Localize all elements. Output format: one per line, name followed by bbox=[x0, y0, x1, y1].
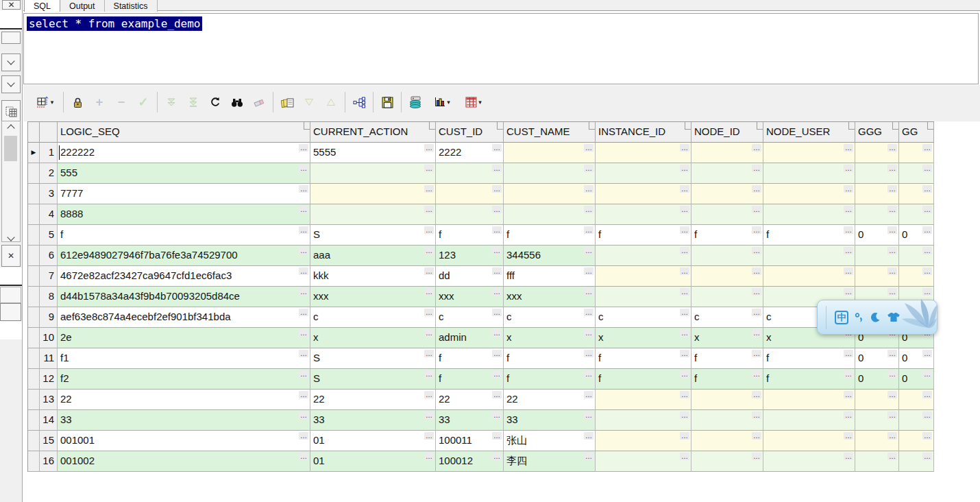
cell-instance_id[interactable]: … bbox=[596, 287, 691, 307]
cell-logic_seq[interactable]: 222222… bbox=[58, 143, 310, 163]
row-selector[interactable] bbox=[28, 246, 40, 266]
cell-logic_seq[interactable]: 001002… bbox=[58, 451, 310, 472]
cell-ellipsis-button[interactable]: … bbox=[299, 247, 308, 254]
cell-instance_id[interactable]: … bbox=[596, 451, 691, 472]
column-header-logic_seq[interactable]: LOGIC_SEQ bbox=[58, 122, 310, 143]
cell-cust_id[interactable]: … bbox=[436, 163, 504, 184]
cell-ellipsis-button[interactable]: … bbox=[680, 226, 689, 234]
cell-gg[interactable]: … bbox=[899, 143, 934, 163]
cell-ellipsis-button[interactable]: … bbox=[299, 453, 308, 460]
cell-current_action[interactable]: xxx… bbox=[310, 287, 436, 307]
cell-ellipsis-button[interactable]: … bbox=[680, 350, 689, 357]
cell-instance_id[interactable]: f… bbox=[596, 369, 691, 390]
row-selector[interactable] bbox=[28, 390, 40, 410]
sql-editor[interactable]: select * from example_demo bbox=[23, 13, 979, 84]
cell-node_user[interactable]: … bbox=[763, 410, 855, 431]
cell-ellipsis-button[interactable]: … bbox=[584, 329, 593, 337]
cell-current_action[interactable]: S… bbox=[310, 369, 436, 390]
row-number[interactable]: 5 bbox=[40, 225, 58, 246]
grid-options-button[interactable]: ▾ bbox=[29, 91, 60, 114]
cell-ellipsis-button[interactable]: … bbox=[299, 144, 308, 152]
cell-ellipsis-button[interactable]: … bbox=[584, 453, 593, 460]
row-number[interactable]: 2 bbox=[40, 163, 58, 184]
cell-ellipsis-button[interactable]: … bbox=[584, 432, 593, 440]
cell-ellipsis-button[interactable]: … bbox=[584, 411, 593, 419]
cell-ellipsis-button[interactable]: … bbox=[299, 288, 308, 296]
cell-ellipsis-button[interactable]: … bbox=[752, 267, 761, 275]
cell-ggg[interactable]: 0… bbox=[855, 348, 899, 369]
cell-cust_id[interactable]: 100012… bbox=[436, 451, 504, 472]
row-number[interactable]: 16 bbox=[40, 451, 58, 472]
dropdown-arrow-icon[interactable]: ▾ bbox=[51, 99, 54, 106]
cell-node_user[interactable]: … bbox=[763, 451, 855, 472]
cell-ellipsis-button[interactable]: … bbox=[752, 185, 761, 193]
cell-ellipsis-button[interactable]: … bbox=[492, 309, 502, 316]
cell-ellipsis-button[interactable]: … bbox=[887, 432, 897, 440]
cell-ellipsis-button[interactable]: … bbox=[424, 288, 434, 296]
column-header-cust_id[interactable]: CUST_ID bbox=[436, 122, 504, 143]
skin-shirt-icon[interactable] bbox=[887, 312, 901, 322]
column-resize-grip[interactable] bbox=[589, 122, 595, 130]
cell-ellipsis-button[interactable]: … bbox=[752, 411, 761, 419]
cell-ellipsis-button[interactable]: … bbox=[680, 247, 689, 254]
cell-ellipsis-button[interactable]: … bbox=[424, 350, 434, 357]
cell-node_user[interactable]: … bbox=[763, 184, 855, 204]
cell-ellipsis-button[interactable]: … bbox=[492, 350, 502, 357]
cell-node_id[interactable]: … bbox=[691, 451, 763, 472]
scrollbar-thumb[interactable] bbox=[4, 136, 17, 161]
cell-ellipsis-button[interactable]: … bbox=[299, 370, 308, 378]
cell-ellipsis-button[interactable]: … bbox=[584, 288, 593, 296]
cell-ellipsis-button[interactable]: … bbox=[299, 432, 308, 440]
cell-node_id[interactable]: … bbox=[691, 266, 763, 287]
cell-ellipsis-button[interactable]: … bbox=[844, 267, 853, 275]
cell-instance_id[interactable]: … bbox=[596, 266, 691, 287]
column-header-node_id[interactable]: NODE_ID bbox=[691, 122, 763, 143]
row-selector[interactable] bbox=[28, 348, 40, 369]
close-panel-button[interactable]: ✕ bbox=[1, 245, 21, 267]
cell-ellipsis-button[interactable]: … bbox=[922, 370, 932, 378]
cell-current_action[interactable]: aaa… bbox=[310, 246, 436, 266]
cell-logic_seq[interactable]: 33… bbox=[58, 410, 310, 431]
row-number[interactable]: 12 bbox=[40, 369, 58, 390]
cell-cust_id[interactable]: 100011… bbox=[436, 431, 504, 451]
cell-logic_seq[interactable]: 2e… bbox=[58, 328, 310, 348]
cell-ellipsis-button[interactable]: … bbox=[887, 206, 897, 213]
cell-logic_seq[interactable]: 22… bbox=[58, 390, 310, 410]
cell-ellipsis-button[interactable]: … bbox=[299, 391, 308, 398]
cell-ellipsis-button[interactable]: … bbox=[424, 247, 434, 254]
cell-ellipsis-button[interactable]: … bbox=[752, 309, 761, 316]
cell-logic_seq[interactable]: f2… bbox=[58, 369, 310, 390]
cell-logic_seq[interactable]: f1… bbox=[58, 348, 310, 369]
cell-ellipsis-button[interactable]: … bbox=[492, 247, 502, 254]
cell-ellipsis-button[interactable]: … bbox=[299, 329, 308, 337]
cell-ggg[interactable]: … bbox=[855, 143, 899, 163]
cell-node_user[interactable]: … bbox=[763, 266, 855, 287]
cell-ellipsis-button[interactable]: … bbox=[922, 453, 932, 460]
row-number[interactable]: 3 bbox=[40, 184, 58, 204]
cell-ellipsis-button[interactable]: … bbox=[752, 391, 761, 398]
cell-gg[interactable]: … bbox=[899, 184, 934, 204]
cell-instance_id[interactable]: x… bbox=[596, 328, 691, 348]
cell-node_id[interactable]: … bbox=[691, 431, 763, 451]
cell-cust_name[interactable]: f… bbox=[504, 369, 596, 390]
cell-node_user[interactable]: … bbox=[763, 143, 855, 163]
cell-instance_id[interactable]: … bbox=[596, 431, 691, 451]
row-number[interactable]: 13 bbox=[40, 390, 58, 410]
cell-ellipsis-button[interactable]: … bbox=[680, 432, 689, 440]
cell-ellipsis-button[interactable]: … bbox=[299, 165, 308, 172]
cell-ellipsis-button[interactable]: … bbox=[752, 432, 761, 440]
row-number[interactable]: 7 bbox=[40, 266, 58, 287]
cell-cust_name[interactable]: … bbox=[504, 143, 596, 163]
cell-cust_name[interactable]: 33… bbox=[504, 410, 596, 431]
cell-cust_id[interactable]: dd… bbox=[436, 266, 504, 287]
dropdown-arrow-icon[interactable]: ▾ bbox=[478, 99, 482, 106]
cell-gg[interactable]: … bbox=[899, 204, 934, 225]
row-selector[interactable] bbox=[28, 451, 40, 472]
cell-ellipsis-button[interactable]: … bbox=[492, 206, 502, 213]
cell-ellipsis-button[interactable]: … bbox=[680, 309, 689, 316]
row-selector[interactable] bbox=[28, 204, 40, 225]
cell-ellipsis-button[interactable]: … bbox=[887, 411, 897, 419]
cell-ellipsis-button[interactable]: … bbox=[584, 206, 593, 213]
ime-drag-handle[interactable] bbox=[826, 306, 826, 329]
cell-ellipsis-button[interactable]: … bbox=[844, 206, 853, 213]
